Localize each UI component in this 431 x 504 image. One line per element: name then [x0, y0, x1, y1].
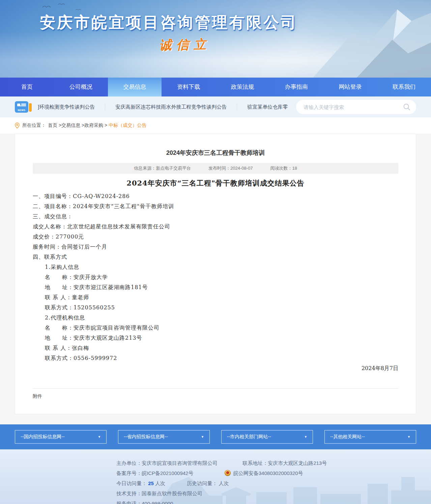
main-area: 2024年安庆市三名工程骨干教师培训 信息来源：新点电子交易平台 发布时间：20… — [0, 134, 431, 424]
footer-contact-address: 联系地址：安庆市大观区龙山路213号 — [242, 460, 327, 466]
footer-today-count: 25 — [148, 480, 154, 486]
nav-item-site-login[interactable]: 网站登录 — [323, 78, 377, 96]
footer-line-visits: 今日访问量： 25 人次 历史访问量： 人次 — [116, 478, 431, 488]
public-security-badge-icon — [225, 470, 231, 476]
footer-tech-support: 技术支持：国泰新点软件股份有限公司 — [116, 491, 202, 496]
footer-history-unit: 人次 — [219, 480, 229, 486]
nav-item-company-profile[interactable]: 公司概况 — [54, 78, 108, 96]
footer-service-phone: 服务电话：400-998-0000 — [116, 501, 173, 504]
paragraph-purchaser-head: 1.采购人信息 — [33, 262, 398, 272]
paragraph-purchaser-phone: 联系方式：15205560255 — [33, 303, 398, 313]
paragraph-winner-name: 成交人名称：北京世纪超星信息技术发展有限责任公司 — [33, 222, 398, 232]
site-footer: 主办单位：安庆市皖宜项目咨询管理有限公司 联系地址：安庆市大观区龙山路213号 … — [0, 449, 431, 504]
breadcrumb: 所在位置： 首页 >交易信息 >政府采购 > 中标（成交）公告 — [0, 117, 431, 134]
ticker-items: ]环境检测竞争性谈判公告 安庆高新区连芯科技雨水外接工程竞争性谈判公告 驻宜某单… — [37, 104, 288, 110]
paragraph-deal-info-head: 三、成交信息： — [33, 212, 398, 222]
nav-item-downloads[interactable]: 资料下载 — [162, 78, 216, 96]
select-other-related-sites[interactable]: --其他相关网站-- ▼ — [324, 430, 416, 444]
company-title: 安庆市皖宜项目咨询管理有限公司 — [40, 12, 298, 33]
footer-line-phone: 服务电话：400-998-0000 — [116, 499, 431, 504]
paragraph-agency-contact: 联 系 人：张白梅 — [33, 343, 398, 353]
paragraph-contact-head: 四、联系方式 — [33, 252, 398, 262]
paragraph-agency-head: 2.代理机构信息 — [33, 313, 398, 323]
article-card: 2024年安庆市三名工程骨干教师培训 信息来源：新点电子交易平台 发布时间：20… — [15, 134, 416, 414]
select-city-department-sites[interactable]: --市内相关部门网站-- ▼ — [221, 430, 313, 444]
chevron-down-icon: ▼ — [98, 435, 101, 439]
nav-item-contact-us[interactable]: 联系我们 — [377, 78, 431, 96]
nav-item-service-guide[interactable]: 办事指南 — [269, 78, 323, 96]
breadcrumb-current[interactable]: 中标（成交）公告 — [109, 122, 146, 129]
footer-line-records: 备案序号：皖ICP备2021000942号 皖公网安备3408030200032… — [116, 468, 431, 478]
paragraph-purchaser-address: 地 址：安庆市迎江区菱湖南路181号 — [33, 282, 398, 292]
paragraph-service-time: 服务时间：合同签订后一个月 — [33, 242, 398, 252]
chevron-down-icon: ▼ — [201, 435, 204, 439]
footer-today-unit: 人次 — [155, 480, 165, 486]
main-nav: 首页 公司概况 交易信息 资料下载 政策法规 办事指南 网站登录 联系我们 — [0, 78, 431, 96]
select-label: --国内招投标信息网-- — [21, 434, 65, 440]
breadcrumb-label: 所在位置： — [22, 122, 46, 129]
article-date: 2024年8月7日 — [33, 363, 398, 373]
select-provincial-bidding-sites[interactable]: --省内招投标信息网-- ▼ — [118, 430, 210, 444]
ticker-item[interactable]: 驻宜某单位仓库零星 — [237, 104, 288, 110]
select-label: --省内招投标信息网-- — [124, 434, 168, 440]
paragraph-agency-name: 名 称：安庆市皖宜项目咨询管理有限公司 — [33, 323, 398, 333]
news-ticker-bar: NEWS ]环境检测竞争性谈判公告 安庆高新区连芯科技雨水外接工程竞争性谈判公告… — [0, 96, 431, 117]
paragraph-project-name: 二、项目名称：2024年安庆市“三名工程"骨干教师培训 — [33, 201, 398, 212]
attachment-divider — [33, 388, 398, 389]
news-icon: NEWS — [15, 101, 32, 113]
paragraph-agency-address: 地 址：安庆市大观区龙山路213号 — [33, 333, 398, 343]
footer-security-record[interactable]: 皖公网安备34080302000320号 — [233, 470, 303, 476]
search-input[interactable] — [304, 104, 403, 110]
chevron-down-icon: ▼ — [407, 435, 410, 439]
mountain-scenery-image — [256, 0, 431, 78]
nav-item-policies[interactable]: 政策法规 — [216, 78, 269, 96]
footer-organizer: 主办单位：安庆市皖宜项目咨询管理有限公司 — [116, 460, 218, 466]
news-icon-accent — [29, 103, 32, 112]
nav-item-trade-info[interactable]: 交易信息 — [108, 78, 162, 96]
paragraph-purchaser-name: 名 称：安庆开放大学 — [33, 272, 398, 282]
article-meta-bar: 信息来源：新点电子交易平台 发布时间：2024-08-07 阅读次数：18 — [33, 163, 398, 174]
article-title: 2024年安庆市三名工程骨干教师培训 — [33, 149, 398, 157]
select-label: --其他相关网站-- — [330, 434, 365, 440]
footer-line-organizer: 主办单位：安庆市皖宜项目咨询管理有限公司 联系地址：安庆市大观区龙山路213号 — [116, 458, 431, 468]
select-label: --市内相关部门网站-- — [227, 434, 271, 440]
article-body: 一、项目编号：CG-AQ-W2024-286 二、项目名称：2024年安庆市“三… — [33, 191, 398, 363]
breadcrumb-path[interactable]: 首页 >交易信息 >政府采购 > — [48, 122, 107, 129]
paragraph-project-number: 一、项目编号：CG-AQ-W2024-286 — [33, 191, 398, 201]
ticker-item[interactable]: ]环境检测竞争性谈判公告 — [37, 104, 105, 110]
footer-history-label: 历史访问量： — [187, 480, 217, 486]
meta-views: 阅读次数：18 — [270, 165, 297, 171]
friend-links-band: --国内招投标信息网-- ▼ --省内招投标信息网-- ▼ --市内相关部门网站… — [0, 424, 431, 449]
announcement-heading: 2024年安庆市“三名工程"骨干教师培训成交结果公告 — [33, 178, 398, 188]
location-pin-icon — [15, 122, 20, 129]
footer-line-tech: 技术支持：国泰新点软件股份有限公司 — [116, 488, 431, 499]
footer-icp[interactable]: 备案序号：皖ICP备2021000942号 — [116, 470, 193, 476]
attachment-label: 附件 — [33, 393, 398, 399]
ticker-item[interactable]: 安庆高新区连芯科技雨水外接工程竞争性谈判公告 — [105, 104, 237, 110]
news-icon-label: NEWS — [15, 101, 28, 113]
search-box — [296, 100, 416, 114]
footer-today-label: 今日访问量： — [116, 480, 147, 486]
paragraph-deal-price: 成交价：277000元 — [33, 232, 398, 242]
paragraph-purchaser-contact: 联 系 人：童老师 — [33, 292, 398, 303]
meta-source: 信息来源：新点电子交易平台 — [134, 165, 191, 171]
meta-publish-time: 发布时间：2024-08-07 — [208, 165, 253, 171]
company-slogan: 诚信立 — [159, 36, 211, 54]
nav-item-home[interactable]: 首页 — [0, 78, 54, 96]
paragraph-agency-phone: 联系方式：0556-5999972 — [33, 353, 398, 363]
chevron-down-icon: ▼ — [304, 435, 307, 439]
search-icon[interactable] — [403, 103, 411, 111]
select-national-bidding-sites[interactable]: --国内招投标信息网-- ▼ — [15, 430, 107, 444]
site-header: 安庆市皖宜项目咨询管理有限公司 诚信立 — [0, 0, 431, 78]
